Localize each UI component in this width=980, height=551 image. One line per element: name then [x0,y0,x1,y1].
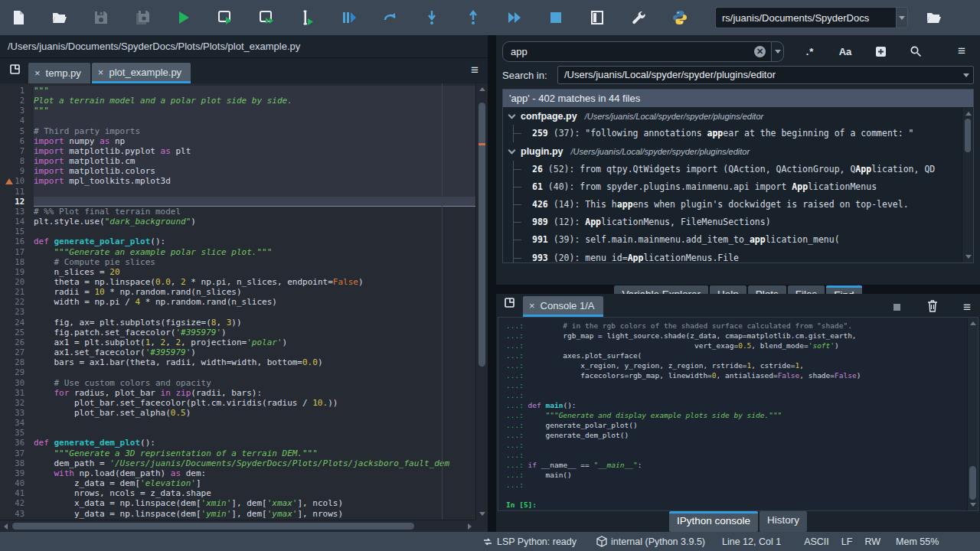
close-tab-icon[interactable]: × [34,67,41,79]
code-line-17[interactable]: 17 """Generate an example polar slice pl… [0,247,475,257]
search-in-combobox[interactable]: /Users/juanis/Local/spyder/spyder/plugin… [557,66,974,84]
preferences-wrench-icon[interactable] [631,10,646,25]
code-line-33[interactable]: 33 plot_bar.set_alpha(0.5) [0,408,475,418]
stop-icon[interactable] [548,10,564,25]
code-line-29[interactable]: 29 [0,367,475,377]
browse-tabs-icon[interactable] [9,64,21,78]
code-line-3[interactable]: 3""" [0,106,475,116]
result-match-line-61[interactable]: 61 (40): from spyder.plugins.mainmenu.ap… [514,178,973,196]
code-line-15[interactable]: 15 [0,227,475,236]
open-file-icon[interactable] [52,10,67,25]
debug-file-icon[interactable] [341,10,357,25]
console-tab[interactable]: ×Console 1/A [523,296,603,317]
code-line-32[interactable]: 32 plot_bar.set_facecolor(plt.cm.viridis… [0,398,475,408]
continue-icon[interactable] [507,10,522,25]
console-options-menu-icon[interactable]: ≡ [963,300,971,315]
run-cell-advance-icon[interactable] [259,10,274,25]
search-query-input[interactable] [502,41,772,62]
result-match-line-426[interactable]: 426 (14): This happens when plugin's doc… [514,196,973,214]
code-line-26[interactable]: 26 ax1 = plt.subplot(1, 2, 2, projection… [0,337,475,347]
result-file-plugin-py[interactable]: plugin.py/Users/juanis/Local/spyder/spyd… [503,142,973,160]
code-line-9[interactable]: 9import matplotlib.colors [0,166,475,176]
code-line-34[interactable]: 34 [0,418,475,428]
code-line-43[interactable]: 43 y_data = np.linspace(dem['ymin'], dem… [0,509,475,519]
result-match-line-26[interactable]: 26 (52): from qtpy.QtWidgets import (QAc… [514,161,973,178]
python-logo-icon[interactable] [672,10,688,25]
interpreter-status[interactable]: internal (Python 3.9.5) [596,536,705,547]
search-icon[interactable] [906,43,925,60]
code-line-38[interactable]: 38 dem_path = '/Users/juanis/Documents/S… [0,458,475,468]
code-line-40[interactable]: 40 z_data = dem['elevation'] [0,478,475,488]
code-line-42[interactable]: 42 x_data = np.linspace(dem['xmin'], dem… [0,498,475,508]
step-return-icon[interactable] [466,10,481,25]
results-scrollbar[interactable] [962,108,973,262]
console-scrollbar[interactable] [967,318,978,510]
result-file-confpage-py[interactable]: confpage.py/Users/juanis/Local/spyder/sp… [503,107,973,125]
code-line-35[interactable]: 35 [0,428,475,438]
code-line-16[interactable]: 16def generate_polar_plot(): [0,236,475,246]
vscroll-thumb[interactable] [479,103,485,367]
save-all-icon[interactable] [135,10,150,25]
step-into-icon[interactable] [424,10,439,25]
code-line-39[interactable]: 39 with np.load(dem_path) as dem: [0,468,475,478]
regex-icon[interactable]: .* [801,43,819,60]
open-directory-icon[interactable] [926,10,942,25]
result-match-line-991[interactable]: 991 (39): self.main.mainmenu.add_item_to… [514,231,973,249]
code-line-31[interactable]: 31 for radius, plot_bar in zip(radii, ba… [0,388,475,398]
hscroll-thumb[interactable] [12,523,414,530]
console-pane-tab-ipython-console[interactable]: IPython console [669,511,758,532]
code-line-1[interactable]: 1""" [0,86,475,96]
remove-variables-icon[interactable] [926,299,939,315]
code-line-22[interactable]: 22 width = np.pi / 4 * np.random.rand(n_… [0,297,475,307]
save-icon[interactable] [93,10,109,25]
run-selection-icon[interactable] [300,10,315,25]
code-line-25[interactable]: 25 fig.patch.set_facecolor('#395979') [0,328,475,337]
code-line-21[interactable]: 21 radii = 10 * np.random.rand(n_slices) [0,287,475,297]
console-scroll-thumb[interactable] [969,466,976,500]
results-scroll-thumb[interactable] [965,119,971,152]
code-line-20[interactable]: 20 theta = np.linspace(0.0, 2 * np.pi, n… [0,277,475,287]
code-line-8[interactable]: 8import matplotlib.cm [0,156,475,166]
code-line-30[interactable]: 30 # Use custom colors and opacity [0,378,475,388]
console-output[interactable]: ...: # in the rgb colors of the shaded s… [498,317,978,511]
code-line-13[interactable]: 13# %% Plot final terrain model [0,207,475,217]
code-line-41[interactable]: 41 nrows, ncols = z_data.shape [0,488,475,498]
code-line-14[interactable]: 14plt.style.use("dark_background") [0,217,475,227]
result-match-line-989[interactable]: 989 (12): ApplicationMenus, FileMenuSect… [514,214,973,231]
code-line-36[interactable]: 36def generate_dem_plot(): [0,438,475,448]
result-match-line-259[interactable]: 259 (37): "following annotations appear … [514,125,973,142]
close-tab-icon[interactable]: × [529,300,535,311]
code-line-12[interactable]: 12 [0,197,475,207]
code-line-23[interactable]: 23 [0,307,475,317]
editor-tab-plot-example-py[interactable]: ×plot_example.py [92,63,191,83]
editor-options-menu-icon[interactable]: ≡ [471,63,479,78]
code-line-2[interactable]: 2Plot a terrain model and a polar plot s… [0,96,475,106]
editor-vscrollbar[interactable] [475,83,488,520]
lsp-status[interactable]: LSP Python: ready [482,536,577,547]
code-line-6[interactable]: 6import numpy as np [0,136,475,146]
result-match-line-993[interactable]: 993 (20): menu_id=ApplicationMenus.File [514,249,973,264]
code-line-19[interactable]: 19 n_slices = 20 [0,267,475,277]
close-tab-icon[interactable]: × [98,67,104,78]
code-line-37[interactable]: 37 """Generate a 3D reprisentation of a … [0,448,475,458]
code-line-4[interactable]: 4 [0,116,475,126]
interrupt-kernel-icon[interactable] [893,304,900,311]
code-line-18[interactable]: 18 # Compute pie slices [0,257,475,267]
run-cell-icon[interactable] [217,10,233,25]
code-line-28[interactable]: 28 bars = ax1.bar(theta, radii, width=wi… [0,357,475,367]
find-options-menu-icon[interactable]: ≡ [952,43,971,60]
case-sensitive-icon[interactable]: Aa [836,43,854,60]
code-line-5[interactable]: 5# Third party imports [0,126,475,136]
working-directory-dropdown[interactable] [896,7,908,28]
chevron-down-icon[interactable] [508,147,516,155]
chevron-down-icon[interactable] [508,111,516,119]
maximize-pane-icon[interactable] [590,10,605,25]
clear-search-icon[interactable]: ✕ [754,46,766,57]
console-pane-tab-history[interactable]: History [760,511,807,532]
code-line-10[interactable]: 10import mpl_toolkits.mplot3d [0,176,475,186]
code-line-7[interactable]: 7import matplotlib.pyplot as plt [0,146,475,156]
code-line-27[interactable]: 27 ax1.set_facecolor('#395979') [0,347,475,357]
editor-hscrollbar[interactable] [0,520,475,532]
new-file-icon[interactable] [11,10,26,25]
search-history-dropdown[interactable] [772,41,784,62]
